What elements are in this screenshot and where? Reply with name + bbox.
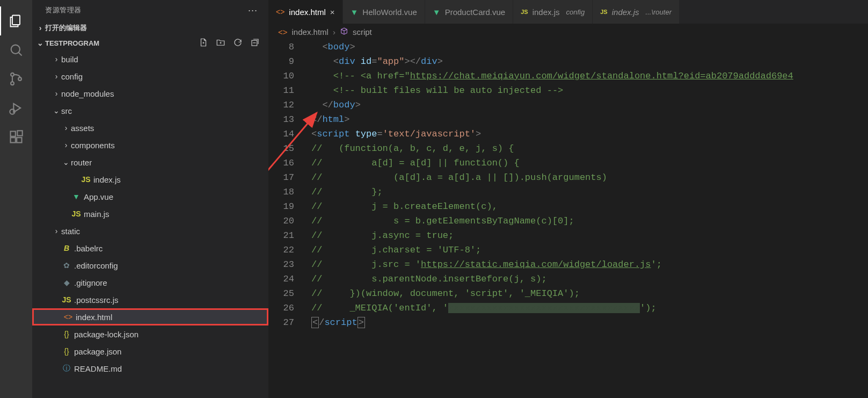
line-number: 26 (268, 301, 294, 315)
code-line[interactable]: // })(window, document, 'script', '_MEIQ… (311, 286, 868, 301)
code-line[interactable]: <!-- built files will be auto injected -… (311, 83, 868, 98)
file-README.md[interactable]: ⓘREADME.md (32, 360, 268, 377)
tab-ProductCard-vue[interactable]: ▼ProductCard.vue (425, 0, 513, 24)
file-App.vue[interactable]: ▼App.vue (32, 188, 268, 205)
svg-point-5 (18, 77, 21, 81)
new-folder-icon[interactable] (216, 38, 225, 49)
folder-router[interactable]: ⌄router (32, 154, 268, 171)
file-index.js[interactable]: JSindex.js (32, 171, 268, 188)
explorer-activity-icon[interactable] (0, 6, 32, 35)
run-debug-activity-icon[interactable] (0, 93, 32, 122)
line-number: 18 (268, 185, 294, 199)
code-line[interactable]: // (a[d].a = a[d].a || []).push(argument… (311, 170, 868, 185)
chevron-icon: › (52, 227, 61, 235)
code-line[interactable]: // }; (311, 185, 868, 199)
chevron-icon: › (52, 55, 61, 63)
folder-components[interactable]: ›components (32, 136, 268, 154)
folder-assets[interactable]: ›assets (32, 119, 268, 136)
folder-build[interactable]: ›build (32, 50, 268, 68)
file-.editorconfig[interactable]: ✿.editorconfig (32, 257, 268, 274)
code-content[interactable]: <body> <div id="app"></div> <!-- <a href… (311, 40, 868, 398)
code-line[interactable]: // (function(a, b, c, d, e, j, s) { (311, 141, 868, 156)
activity-bar (0, 0, 32, 398)
code-line[interactable]: // s = b.getElementsByTagName(c)[0]; (311, 214, 868, 228)
chevron-down-icon: ⌄ (35, 39, 45, 47)
refresh-icon[interactable] (233, 38, 243, 49)
line-number: 17 (268, 170, 294, 185)
folder-node_modules[interactable]: ›node_modules (32, 85, 268, 102)
line-number: 11 (268, 83, 294, 98)
tree-item-label: .babelrc (74, 244, 103, 253)
breadcrumb[interactable]: <> index.html › script (268, 24, 868, 40)
sidebar-title: 资源管理器 (45, 5, 82, 15)
code-line[interactable]: <script type='text/javascript'> (311, 127, 868, 141)
breadcrumb-separator-icon: › (333, 27, 335, 37)
tree-item-label: index.js (93, 175, 121, 184)
folder-src[interactable]: ⌄src (32, 102, 268, 119)
code-line[interactable]: </script> (311, 315, 868, 330)
svg-rect-10 (17, 138, 21, 142)
sidebar-more-icon[interactable]: ··· (248, 5, 258, 16)
tab-index-html[interactable]: <>index.html× (268, 0, 343, 24)
project-header[interactable]: ⌄ TESTPROGRAM (32, 35, 268, 50)
line-number: 24 (268, 272, 294, 286)
line-gutter: 89101112131415161718192021222324252627 (268, 40, 311, 398)
file-.gitignore[interactable]: ◆.gitignore (32, 274, 268, 291)
line-number: 23 (268, 257, 294, 272)
folder-static[interactable]: ›static (32, 222, 268, 240)
code-line[interactable]: // a[d] = a[d] || function() { (311, 156, 868, 170)
code-line[interactable]: // _MEIQIA('entId', 'xxxxxxxxxxxxxxxxxxx… (311, 301, 868, 315)
source-control-activity-icon[interactable] (0, 64, 32, 93)
search-activity-icon[interactable] (0, 35, 32, 64)
tree-item-label: package-lock.json (74, 330, 138, 339)
folder-config[interactable]: ›config (32, 68, 268, 85)
svg-line-2 (19, 53, 22, 56)
open-editors-section[interactable]: › 打开的编辑器 (32, 20, 268, 35)
close-icon[interactable]: × (330, 8, 335, 17)
code-line[interactable]: </body> (311, 98, 868, 112)
code-line[interactable]: // s.parentNode.insertBefore(j, s); (311, 272, 868, 286)
code-editor[interactable]: 89101112131415161718192021222324252627 <… (268, 40, 868, 398)
tab-index-js[interactable]: JSindex.jsconfig (513, 0, 593, 24)
html-icon: <> (278, 27, 288, 37)
code-line[interactable]: // j.async = true; (311, 228, 868, 243)
tree-item-label: static (61, 227, 80, 236)
extensions-activity-icon[interactable] (0, 122, 32, 151)
line-number: 15 (268, 141, 294, 156)
chevron-icon: › (61, 124, 71, 132)
tree-item-label: node_modules (61, 89, 114, 98)
code-line[interactable]: <body> (311, 40, 868, 54)
chevron-icon: › (61, 141, 71, 149)
file-tree: ›build›config›node_modules⌄src›assets›co… (32, 50, 268, 398)
code-line[interactable]: // j.src = 'https://static.meiqia.com/wi… (311, 257, 868, 272)
tree-item-label: components (71, 141, 115, 150)
explorer-sidebar: 资源管理器 ··· › 打开的编辑器 ⌄ TESTPROGRAM ›build›… (32, 0, 268, 398)
code-line[interactable]: // j.charset = 'UTF-8'; (311, 243, 868, 257)
svg-point-3 (11, 73, 14, 76)
code-line[interactable]: // j = b.createElement(c), (311, 199, 868, 214)
project-actions (199, 38, 268, 49)
file-main.js[interactable]: JSmain.js (32, 205, 268, 222)
line-number: 10 (268, 69, 294, 83)
tab-HelloWorld-vue[interactable]: ▼HelloWorld.vue (343, 0, 425, 24)
new-file-icon[interactable] (199, 38, 208, 49)
file-package.json[interactable]: {}package.json (32, 343, 268, 360)
file-index.html[interactable]: <>index.html (32, 308, 268, 325)
tab-label: index.html (289, 8, 325, 17)
code-line[interactable]: <div id="app"></div> (311, 54, 868, 69)
chevron-icon: ⌄ (52, 106, 61, 115)
file-.postcssrc.js[interactable]: JS.postcssrc.js (32, 291, 268, 308)
collapse-all-icon[interactable] (250, 38, 260, 49)
file-.babelrc[interactable]: B.babelrc (32, 240, 268, 257)
line-number: 25 (268, 286, 294, 301)
chevron-icon: › (52, 89, 61, 98)
tab-meta: ...\router (646, 8, 672, 16)
code-line[interactable]: <!-- <a href="https://chat.meiqiayun.com… (311, 69, 868, 83)
line-number: 13 (268, 112, 294, 127)
breadcrumb-symbol: script (353, 27, 372, 37)
file-package-lock.json[interactable]: {}package-lock.json (32, 325, 268, 343)
tree-item-label: .postcssrc.js (74, 295, 119, 305)
code-line[interactable]: </html> (311, 112, 868, 127)
tab-index-js[interactable]: JSindex.js...\router (593, 0, 680, 24)
tree-item-label: router (71, 158, 92, 167)
